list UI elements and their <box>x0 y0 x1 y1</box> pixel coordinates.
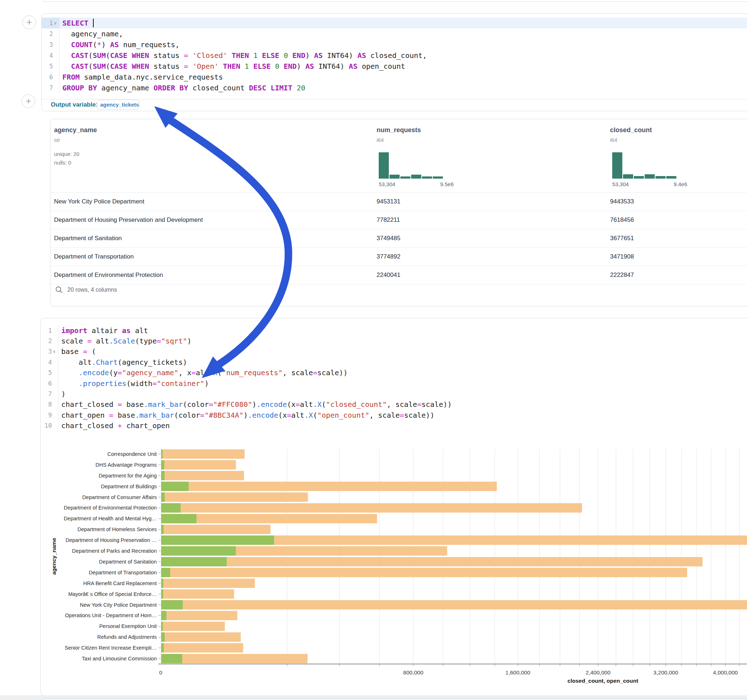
column-header-num-requests[interactable]: num_requests <box>377 127 421 134</box>
bar-closed_count[interactable] <box>161 557 703 566</box>
bar-closed_count[interactable] <box>161 600 747 609</box>
bar-closed_count[interactable] <box>161 611 237 620</box>
code-line[interactable]: 7GROUP BY agency_name ORDER BY closed_co… <box>42 83 747 93</box>
table-cell: 7618456 <box>610 216 634 223</box>
histogram-bar <box>623 174 633 179</box>
bar-closed_count[interactable] <box>161 632 241 642</box>
code-line[interactable]: 4 alt.Chart(agency_tickets) <box>41 357 747 367</box>
bar-open_count[interactable] <box>161 579 163 588</box>
table-row[interactable]: Department of Housing Preservation and D… <box>50 211 747 229</box>
histogram-bar <box>645 174 655 179</box>
y-axis-label: Department of Consumer Affairs <box>82 494 157 500</box>
result-table-card: agency_name str unique: 20 nulls: 0 num_… <box>50 119 747 306</box>
code-line[interactable]: 6FROM sample_data.nyc.service_requests <box>42 72 747 83</box>
sql-cell[interactable]: 1∨SELECT 2 agency_name,3 COUNT(*) AS num… <box>41 13 747 111</box>
bar-closed_count[interactable] <box>161 525 271 534</box>
line-number: 3 <box>48 348 52 355</box>
code-line[interactable]: 6 .properties(width="container") <box>41 378 747 389</box>
table-row[interactable]: New York City Police Department945313194… <box>50 193 747 211</box>
bar-closed_count[interactable] <box>161 622 225 631</box>
bar-open_count[interactable] <box>161 600 183 609</box>
column-type-closed-count: i64 <box>610 137 617 143</box>
code-line[interactable]: 8chart_closed = base.mark_bar(color="#FF… <box>41 399 747 410</box>
code-line[interactable]: 10chart_closed + chart_open <box>41 421 747 431</box>
code-line[interactable]: 5 .encode(y="agency_name", x=alt.X("num_… <box>41 368 747 378</box>
bar-open_count[interactable] <box>161 568 170 577</box>
code-line[interactable]: 3∨base = ( <box>41 346 747 357</box>
bar-closed_count[interactable] <box>161 579 255 588</box>
y-axis-label: Department of Environmental Protection <box>64 505 157 511</box>
bar-closed_count[interactable] <box>161 471 244 480</box>
bar-closed_count[interactable] <box>161 568 687 577</box>
code-text: ) <box>58 389 66 399</box>
code-text: import altair as alt <box>58 325 148 336</box>
line-number: 2 <box>49 30 53 38</box>
bar-closed_count[interactable] <box>161 590 234 599</box>
collapse-chevron-icon[interactable]: ∨ <box>52 349 57 354</box>
bar-open_count[interactable] <box>161 471 165 480</box>
y-axis-label: Mayorâ€ s Office of Special Enforce… <box>68 591 157 597</box>
bar-open_count[interactable] <box>161 482 189 491</box>
line-number: 1 <box>49 20 53 27</box>
search-icon[interactable] <box>55 286 63 294</box>
bar-open_count[interactable] <box>161 514 197 523</box>
y-axis-label: Personal Exemption Unit <box>99 623 157 629</box>
bar-open_count[interactable] <box>161 557 227 566</box>
bar-open_count[interactable] <box>161 460 164 469</box>
code-line[interactable]: 7) <box>41 389 747 399</box>
bar-closed_count[interactable] <box>161 493 308 502</box>
bar-open_count[interactable] <box>161 525 163 534</box>
x-axis-tick-label: 3,200,000 <box>653 669 678 676</box>
column-unique-count: unique: 20 <box>54 151 79 157</box>
add-cell-button-middle[interactable]: + <box>22 94 35 108</box>
column-type-agency-name: str <box>54 137 60 143</box>
column-header-closed-count[interactable]: closed_count <box>610 127 652 134</box>
num-requests-histogram <box>379 152 443 179</box>
bar-closed_count[interactable] <box>161 482 497 491</box>
y-axis-title: agency_name <box>51 538 57 575</box>
bar-closed_count[interactable] <box>161 460 236 469</box>
line-number: 4 <box>48 359 52 366</box>
histogram-min-label: 53,304 <box>379 181 395 187</box>
line-number: 10 <box>45 422 52 429</box>
code-text: SELECT <box>59 18 94 29</box>
sql-code-editor[interactable]: 1∨SELECT 2 agency_name,3 COUNT(*) AS num… <box>42 18 747 93</box>
code-line[interactable]: 5 CAST(SUM(CASE WHEN status = 'Open' THE… <box>42 61 747 72</box>
bar-closed_count[interactable] <box>161 503 582 512</box>
table-row[interactable]: Department of Sanitation37494853677651 <box>50 229 747 248</box>
y-axis-label: Department of Health and Mental Hyg… <box>64 516 157 521</box>
bar-closed_count[interactable] <box>161 643 243 652</box>
bar-open_count[interactable] <box>161 503 180 512</box>
bar-open_count[interactable] <box>161 493 165 502</box>
code-line[interactable]: 9chart_open = base.mark_bar(color="#8BC3… <box>41 410 747 420</box>
bar-open_count[interactable] <box>161 611 166 620</box>
python-code-editor[interactable]: 1import altair as alt2scale = alt.Scale(… <box>41 325 747 431</box>
histogram-bar <box>655 176 665 179</box>
bar-open_count[interactable] <box>161 590 163 599</box>
bar-open_count[interactable] <box>161 643 163 652</box>
bar-closed_count[interactable] <box>161 654 308 663</box>
bar-open_count[interactable] <box>161 622 163 631</box>
bar-open_count[interactable] <box>161 546 236 556</box>
add-cell-button-top[interactable]: + <box>22 15 36 29</box>
output-variable-pill[interactable]: agency_tickets <box>97 100 139 110</box>
bar-open_count[interactable] <box>161 632 165 642</box>
bar-open_count[interactable] <box>161 654 182 663</box>
code-line[interactable]: 1∨SELECT <box>42 18 747 29</box>
table-cell: Department of Transportation <box>54 253 134 260</box>
bar-closed_count[interactable] <box>161 450 245 459</box>
table-row[interactable]: Department of Transportation377489234719… <box>50 248 747 266</box>
column-header-agency-name[interactable]: agency_name <box>54 127 97 134</box>
code-text: .encode(y="agency_name", x=alt.X("num_re… <box>58 368 348 378</box>
table-row[interactable]: Department of Environmental Protection22… <box>50 266 747 284</box>
bar-open_count[interactable] <box>161 450 163 459</box>
y-axis-label: HRA Benefit Card Replacement <box>83 581 157 586</box>
code-line[interactable]: 2scale = alt.Scale(type="sqrt") <box>41 336 747 346</box>
code-line[interactable]: 1import altair as alt <box>41 325 747 336</box>
bar-open_count[interactable] <box>161 536 274 545</box>
collapse-chevron-icon[interactable]: ∨ <box>53 21 57 26</box>
code-text: chart_closed = base.mark_bar(color="#FFC… <box>58 399 452 410</box>
code-line[interactable]: 4 CAST(SUM(CASE WHEN status = 'Closed' T… <box>42 50 747 61</box>
code-line[interactable]: 2 agency_name, <box>42 29 747 39</box>
code-line[interactable]: 3 COUNT(*) AS num_requests, <box>42 39 747 50</box>
